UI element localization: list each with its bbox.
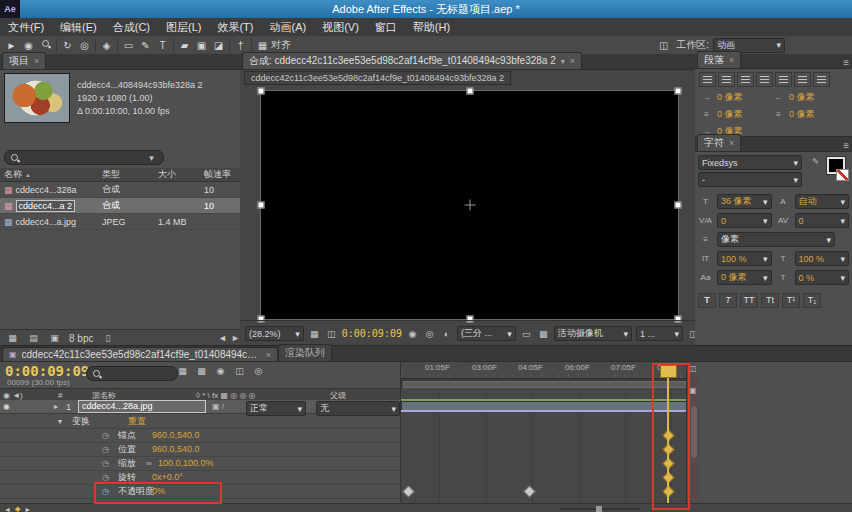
layer-row[interactable]: ◉ ▸ 1 cddecc4...28a.jpg ▣ / 正常▾ 无▾ xyxy=(0,400,400,414)
view-layout-dropdown[interactable]: 1 ...▾ xyxy=(636,326,683,341)
eraser-tool-button[interactable]: ◪ xyxy=(210,38,227,53)
timeline-zoom-slider[interactable] xyxy=(560,508,640,510)
eye-icon[interactable]: ◉ xyxy=(3,402,10,411)
tab-composition[interactable]: 合成: cddecc42c11c3ee53e5d98c2af14cf9e_t01… xyxy=(242,52,582,69)
current-time-indicator-head[interactable] xyxy=(660,365,677,378)
justify-last-center-button[interactable] xyxy=(775,72,792,87)
project-row-comp1[interactable]: ▦cddecc4...328a 合成 10 xyxy=(0,182,240,198)
kerning-dropdown[interactable]: 0▾ xyxy=(717,213,772,228)
font-size-dropdown[interactable]: 36 像素▾ xyxy=(717,194,772,209)
faux-bold-button[interactable]: T xyxy=(698,293,716,308)
faux-italic-button[interactable]: T xyxy=(719,293,737,308)
align-left-button[interactable] xyxy=(699,72,716,87)
new-composition-button[interactable]: ▣ xyxy=(48,333,61,343)
puppet-pin-tool-button[interactable]: † xyxy=(232,38,249,53)
zoom-slider-thumb[interactable] xyxy=(596,506,602,512)
selection-handle[interactable] xyxy=(675,88,682,95)
panel-menu-icon[interactable]: ≡ xyxy=(843,140,849,151)
transform-group-row[interactable]: ▾ 变换 重置 xyxy=(0,414,400,429)
resolution-dropdown[interactable]: (三分 ...▾ xyxy=(457,326,516,341)
align-center-button[interactable] xyxy=(718,72,735,87)
align-right-button[interactable] xyxy=(737,72,754,87)
time-ruler[interactable]: 01:05F 03:00F 04:05F 06:00F 07:05F 09:0 xyxy=(401,362,687,379)
frame-blend-button[interactable]: ◫ xyxy=(233,366,246,376)
twirl-open-icon[interactable]: ▾ xyxy=(58,417,62,426)
text-tool-button[interactable]: T xyxy=(154,38,171,53)
close-icon[interactable]: × xyxy=(34,56,39,66)
grid-guides-button[interactable]: ▦ xyxy=(308,329,321,339)
subscript-button[interactable]: T₁ xyxy=(803,293,821,308)
clone-stamp-tool-button[interactable]: ▣ xyxy=(193,38,210,53)
layer-source-name[interactable]: cddecc4...28a.jpg xyxy=(78,400,206,413)
indent-left-field[interactable]: →0 像素 xyxy=(699,91,765,104)
timeline-search-box[interactable] xyxy=(86,366,178,381)
layer-switches[interactable]: ▣ / xyxy=(212,402,224,411)
rotation-row[interactable]: ◷ 旋转 0x+0.0° xyxy=(0,470,400,485)
pan-behind-tool-button[interactable]: ◈ xyxy=(98,38,115,53)
timeline-current-time[interactable]: 0:00:09:09 xyxy=(5,363,89,379)
menu-help[interactable]: 帮助(H) xyxy=(405,18,458,36)
new-folder-button[interactable]: ▤ xyxy=(27,333,40,343)
magnification-dropdown[interactable]: (28.2%)▾ xyxy=(245,326,304,341)
selection-handle[interactable] xyxy=(258,202,265,209)
camera-dropdown[interactable]: 活动摄像机▾ xyxy=(554,326,632,341)
chevron-down-icon[interactable]: ▾ xyxy=(561,57,565,66)
viewer-tab[interactable]: cddecc42c11c3ee53e5d98c2af14cf9e_t014084… xyxy=(244,71,511,85)
source-name-column-header[interactable]: 源名称 xyxy=(92,390,116,401)
horizontal-scale-dropdown[interactable]: 100 %▾ xyxy=(795,251,850,266)
add-keyframe-button[interactable]: ◆ xyxy=(15,505,20,512)
close-icon[interactable]: × xyxy=(266,350,271,360)
menu-view[interactable]: 视图(V) xyxy=(314,18,367,36)
comp-marker-icon[interactable]: ◫ xyxy=(689,364,697,373)
menu-effect[interactable]: 效果(T) xyxy=(209,18,261,36)
timeline-search-input[interactable] xyxy=(105,368,157,380)
column-size[interactable]: 大小 xyxy=(154,168,200,181)
justify-last-right-button[interactable] xyxy=(794,72,811,87)
column-name[interactable]: 名称▲ xyxy=(0,168,98,181)
transform-reset-button[interactable]: 重置 xyxy=(128,415,146,428)
opacity-value[interactable]: 0% xyxy=(152,486,165,496)
tab-project[interactable]: 项目× xyxy=(2,52,46,69)
project-bit-depth[interactable]: 8 bpc xyxy=(69,333,93,344)
chevron-down-icon[interactable]: ▾ xyxy=(145,153,158,163)
tracking-dropdown[interactable]: 0▾ xyxy=(795,213,850,228)
column-fps[interactable]: 帧速率 xyxy=(200,168,236,181)
menu-animation[interactable]: 动画(A) xyxy=(262,18,315,36)
menu-layer[interactable]: 图层(L) xyxy=(158,18,209,36)
stroke-options-dropdown[interactable]: 像素▾ xyxy=(717,232,835,247)
hand-tool-button[interactable]: ◉ xyxy=(20,38,37,53)
trash-icon[interactable]: ▯ xyxy=(101,333,114,343)
small-caps-button[interactable]: Tt xyxy=(761,293,779,308)
camera-tool-button[interactable]: ◎ xyxy=(76,38,93,53)
column-type[interactable]: 类型 xyxy=(98,168,154,181)
position-value[interactable]: 960.0,540.0 xyxy=(152,444,200,454)
justify-last-left-button[interactable] xyxy=(756,72,773,87)
region-of-interest-button[interactable]: ▭ xyxy=(520,329,533,339)
vertical-scale-dropdown[interactable]: 100 %▾ xyxy=(717,251,772,266)
next-keyframe-button[interactable]: ► xyxy=(24,506,31,512)
eyedropper-icon[interactable]: ✎ xyxy=(808,157,823,166)
all-caps-button[interactable]: TT xyxy=(740,293,758,308)
stopwatch-icon-active[interactable]: ◷ xyxy=(102,487,109,496)
pen-tool-button[interactable]: ✎ xyxy=(137,38,154,53)
space-before-field[interactable]: ≡0 像素 xyxy=(699,108,765,121)
anchor-point-value[interactable]: 960.0,540.0 xyxy=(152,430,200,440)
show-snapshot-button[interactable]: ◎ xyxy=(423,329,436,339)
panel-menu-icon[interactable]: ≡ xyxy=(843,57,849,68)
twirl-icon[interactable]: ▸ xyxy=(54,402,58,411)
motion-blur-button[interactable]: ◎ xyxy=(252,366,265,376)
menu-window[interactable]: 窗口 xyxy=(367,18,405,36)
panel-box-icon[interactable]: ◫ xyxy=(655,38,672,53)
align-toggle[interactable]: 对齐 xyxy=(271,38,291,52)
selection-handle[interactable] xyxy=(466,88,473,95)
rotate-tool-button[interactable]: ↻ xyxy=(59,38,76,53)
close-icon[interactable]: × xyxy=(570,56,575,66)
project-search-input[interactable] xyxy=(23,152,87,164)
justify-all-button[interactable] xyxy=(813,72,830,87)
stopwatch-icon[interactable]: ◷ xyxy=(102,473,109,482)
stopwatch-icon[interactable]: ◷ xyxy=(102,459,109,468)
work-area-range[interactable] xyxy=(403,381,686,388)
project-row-footage[interactable]: ▦cddecc4...a.jpg JPEG 1.4 MB xyxy=(0,214,240,230)
tsume-dropdown[interactable]: 0 %▾ xyxy=(795,270,850,285)
parent-column-header[interactable]: 父级 xyxy=(330,390,346,401)
